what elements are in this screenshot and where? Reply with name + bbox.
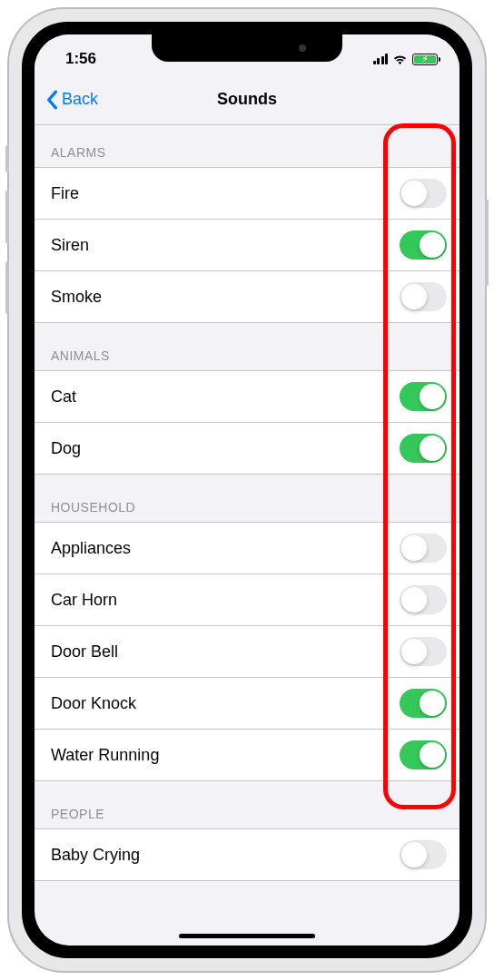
row-label: Car Horn: [51, 591, 117, 610]
section-header: Alarms: [35, 125, 459, 168]
toggle-knob: [420, 742, 445, 768]
settings-row: Dog: [35, 423, 459, 475]
chevron-left-icon: [45, 90, 58, 110]
charging-icon: ⚡︎: [422, 55, 428, 64]
settings-row: Smoke: [35, 271, 459, 323]
settings-row: Door Knock: [35, 678, 459, 730]
wifi-icon: [392, 54, 408, 65]
toggle-switch[interactable]: [400, 179, 447, 208]
toggle-switch[interactable]: [400, 689, 447, 718]
status-right: ⚡︎: [373, 54, 439, 65]
settings-row: Door Bell: [35, 626, 459, 678]
side-buttons-right: [485, 200, 489, 286]
home-indicator[interactable]: [179, 934, 315, 938]
side-buttons-left: [5, 145, 9, 332]
settings-row: Fire: [35, 168, 459, 220]
toggle-knob: [401, 535, 427, 561]
toggle-knob: [401, 587, 427, 612]
notch: [152, 34, 342, 62]
toggle-switch[interactable]: [400, 434, 447, 463]
toggle-switch[interactable]: [400, 740, 447, 769]
back-label: Back: [62, 90, 98, 109]
toggle-knob: [420, 384, 445, 409]
cellular-icon: [373, 54, 389, 64]
content-scroll[interactable]: AlarmsFireSirenSmokeAnimalsCatDogHouseho…: [35, 125, 459, 946]
row-label: Dog: [51, 439, 81, 458]
battery-icon: ⚡︎: [412, 54, 438, 65]
toggle-knob: [401, 842, 427, 867]
toggle-switch[interactable]: [400, 637, 447, 666]
row-label: Smoke: [51, 288, 102, 307]
toggle-knob: [420, 232, 445, 258]
phone-frame: 1:56 ⚡︎ B: [9, 9, 485, 971]
toggle-knob: [420, 436, 445, 461]
toggle-knob: [420, 691, 445, 716]
row-label: Appliances: [51, 539, 131, 558]
row-label: Cat: [51, 387, 76, 407]
settings-row: Appliances: [35, 523, 459, 574]
nav-bar: Back Sounds: [35, 74, 459, 125]
toggle-switch[interactable]: [400, 585, 447, 614]
row-label: Door Knock: [51, 694, 136, 713]
toggle-knob: [401, 284, 427, 309]
settings-row: Cat: [35, 371, 459, 423]
toggle-knob: [401, 181, 427, 206]
settings-row: Siren: [35, 220, 459, 271]
page-title: Sounds: [217, 90, 277, 109]
row-label: Door Bell: [51, 642, 118, 662]
section-header: Animals: [35, 323, 459, 371]
row-label: Baby Crying: [51, 846, 140, 865]
back-button[interactable]: Back: [35, 90, 98, 110]
toggle-switch[interactable]: [400, 382, 447, 411]
row-label: Siren: [51, 236, 89, 255]
settings-row: Car Horn: [35, 574, 459, 626]
toggle-switch[interactable]: [400, 534, 447, 563]
toggle-switch[interactable]: [400, 230, 447, 260]
screen: 1:56 ⚡︎ B: [35, 34, 459, 946]
row-label: Water Running: [51, 746, 159, 765]
row-label: Fire: [51, 184, 79, 203]
toggle-knob: [401, 639, 427, 664]
section-header: Household: [35, 475, 459, 523]
toggle-switch[interactable]: [400, 840, 447, 869]
settings-row: Baby Crying: [35, 829, 459, 881]
settings-row: Water Running: [35, 730, 459, 781]
section-header: People: [35, 781, 459, 829]
toggle-switch[interactable]: [400, 282, 447, 311]
status-time: 1:56: [65, 50, 96, 68]
